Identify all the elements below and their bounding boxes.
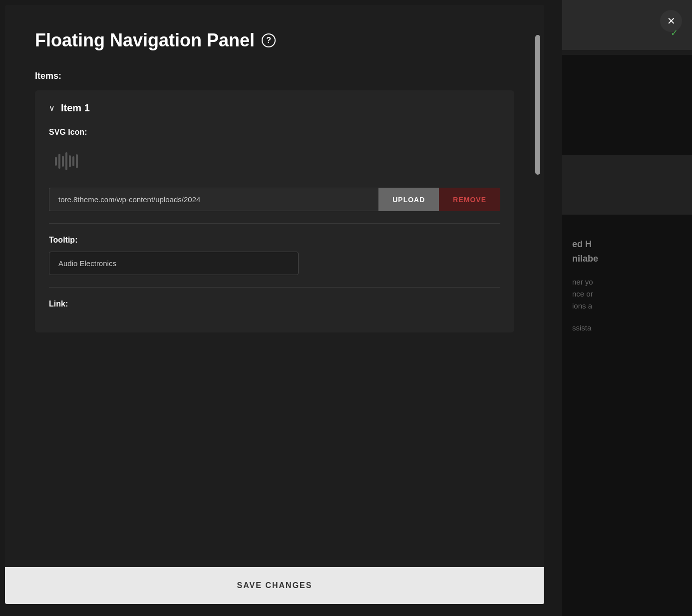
right-text-line-3: ner yo xyxy=(572,276,682,288)
save-changes-button[interactable]: SAVE CHANGES xyxy=(5,567,544,604)
modal-title-row: Floating Navigation Panel ? xyxy=(35,30,514,51)
right-text-line-4: nce or xyxy=(572,288,682,300)
right-text-line-6: ssista xyxy=(572,322,682,334)
audio-bar-3 xyxy=(62,156,64,167)
right-panel-text-area: ed H nilabe ner yo nce or ions a ssista xyxy=(562,227,692,344)
link-field-section: Link: xyxy=(49,300,500,308)
tooltip-field-section: Tooltip: xyxy=(49,236,500,275)
divider-2 xyxy=(49,287,500,288)
audio-bar-1 xyxy=(55,157,57,166)
help-icon[interactable]: ? xyxy=(262,33,276,47)
svg-icon-label: SVG Icon: xyxy=(49,128,500,137)
audio-bar-2 xyxy=(58,154,60,169)
close-icon: ✕ xyxy=(667,15,676,27)
tooltip-input[interactable] xyxy=(49,252,299,275)
upload-row: UPLOAD REMOVE xyxy=(49,188,500,211)
item-1-header[interactable]: ∨ Item 1 xyxy=(49,102,500,114)
right-panel-top: ✕ ✓ xyxy=(562,0,692,50)
right-text-line-5: ions a xyxy=(572,300,682,312)
audio-bar-4 xyxy=(65,152,67,170)
audio-bar-6 xyxy=(72,156,74,166)
scrollbar-thumb[interactable] xyxy=(535,35,540,175)
item-1-accordion: ∨ Item 1 SVG Icon: xyxy=(35,90,514,332)
link-label: Link: xyxy=(49,300,500,308)
scrollbar-track[interactable] xyxy=(535,30,540,379)
modal-footer: SAVE CHANGES xyxy=(5,567,544,604)
right-text-line-1: ed H xyxy=(572,237,682,252)
modal-body: Floating Navigation Panel ? Items: ∨ Ite… xyxy=(5,5,544,559)
chevron-down-icon: ∨ xyxy=(49,103,55,113)
item-1-title: Item 1 xyxy=(61,102,90,114)
svg-icon-preview xyxy=(49,144,84,179)
svg-icon-field-section: SVG Icon: UPLOAD xyxy=(49,128,500,211)
audio-bars-icon xyxy=(55,152,78,170)
items-section-label: Items: xyxy=(35,71,514,81)
right-panel-dark-box xyxy=(562,155,692,215)
audio-bar-5 xyxy=(69,155,71,167)
remove-button[interactable]: REMOVE xyxy=(439,188,500,211)
modal-title-text: Floating Navigation Panel xyxy=(35,30,255,51)
modal-panel: Floating Navigation Panel ? Items: ∨ Ite… xyxy=(5,5,544,604)
divider-1 xyxy=(49,223,500,224)
tooltip-label: Tooltip: xyxy=(49,236,500,245)
check-icon: ✓ xyxy=(671,27,678,38)
audio-bar-7 xyxy=(76,154,78,168)
svg-url-input[interactable] xyxy=(49,188,378,211)
upload-button[interactable]: UPLOAD xyxy=(378,188,439,211)
right-text-line-2: nilabe xyxy=(572,252,682,266)
